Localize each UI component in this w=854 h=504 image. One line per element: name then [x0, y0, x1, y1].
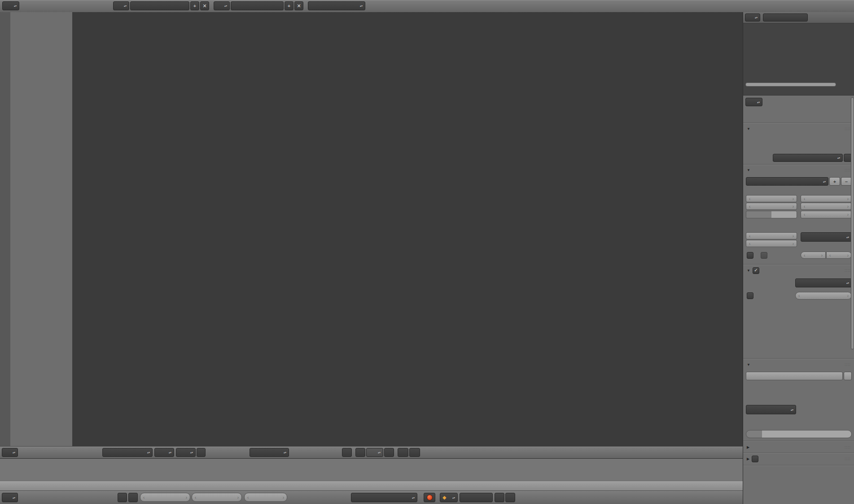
aa-checkbox[interactable]: ✓	[753, 267, 759, 274]
resolution-percent-slider[interactable]	[746, 211, 797, 218]
mode-select[interactable]: ▴▾	[102, 448, 153, 457]
blender-window: ▴▾ ▴▾ + ✕ ▴▾ + ✕ ▴▾ ▴▾	[0, 0, 854, 504]
properties-editor-selector[interactable]: ▴▾	[745, 98, 762, 106]
panel-header-render[interactable]: ▼::::	[747, 125, 853, 132]
aspect-x-field[interactable]: ‹›	[746, 232, 797, 239]
border-crop-row	[747, 252, 770, 259]
border-checkbox[interactable]	[747, 252, 753, 259]
aspect-y-field[interactable]: ‹›	[746, 240, 797, 247]
keying-set-type-select[interactable]: ◆▴▾	[440, 493, 458, 502]
current-frame-field[interactable]: ‹›	[244, 493, 287, 502]
freestyle-checkbox[interactable]	[752, 456, 758, 462]
playback-range-lock-a[interactable]	[118, 493, 127, 502]
viewport-editor-selector[interactable]: ▴▾	[2, 448, 18, 457]
opengl-render-button[interactable]	[398, 448, 408, 457]
timeline-band[interactable]	[0, 458, 743, 481]
top-info-bar: ▴▾ ▴▾ + ✕ ▴▾ + ✕ ▴▾	[0, 0, 854, 13]
render-buttons-row	[746, 138, 852, 147]
breadcrumb	[747, 112, 753, 120]
scene-add-button[interactable]: +	[285, 1, 293, 10]
layout-add-button[interactable]: +	[190, 1, 199, 10]
frame-step-field[interactable]: ‹›	[801, 211, 852, 218]
viewport-scene-canvas[interactable]	[72, 12, 743, 446]
resolution-y-field[interactable]: ‹›	[746, 203, 797, 210]
panel-header-dimensions[interactable]: ▼::::	[747, 166, 853, 174]
timeline-header: ▴▾ ‹ › ‹ › ‹› ▴▾ ◆▴▾	[0, 491, 743, 504]
crop-checkbox[interactable]	[761, 252, 767, 259]
display-row: ▴▾	[747, 154, 852, 162]
full-sample-checkbox[interactable]	[747, 292, 753, 299]
outliner-tree	[743, 24, 854, 80]
opengl-animation-button[interactable]	[409, 448, 420, 457]
keyframe-diamond-icon: ◆	[442, 495, 446, 500]
format-select[interactable]: ▴▾	[746, 405, 796, 414]
render-presets-select[interactable]: ▴▾	[746, 177, 828, 186]
frame-start-field[interactable]: ‹ ›	[140, 493, 190, 502]
info-editor-selector[interactable]: ▴▾	[2, 1, 19, 10]
layout-close-button[interactable]: ✕	[200, 1, 209, 10]
aa-size-field[interactable]: ‹›	[795, 292, 852, 300]
display-select[interactable]: ▴▾	[773, 154, 843, 162]
record-button[interactable]	[424, 493, 435, 502]
outliner: ▴▾	[743, 12, 854, 95]
outliner-hscrollbar[interactable]	[745, 83, 836, 87]
snap-toggle[interactable]	[355, 448, 365, 457]
insert-keyframe-button[interactable]	[495, 493, 504, 502]
scene-close-button[interactable]: ✕	[294, 1, 303, 10]
outliner-editor-selector[interactable]: ▴▾	[745, 13, 760, 22]
end-frame-field[interactable]: ‹›	[801, 203, 852, 210]
orientation-select[interactable]: ▴▾	[250, 448, 289, 457]
output-browse-button[interactable]	[844, 372, 852, 380]
panel-header-bake[interactable]: ▶::::	[747, 443, 853, 451]
render-engine-select[interactable]: ▴▾	[308, 1, 365, 10]
screen-layout-icon-button[interactable]: ▴▾	[113, 1, 129, 10]
start-frame-field[interactable]: ‹›	[801, 195, 852, 202]
preset-add-button[interactable]: +	[829, 177, 840, 186]
timeline-editor-selector[interactable]: ▴▾	[2, 493, 18, 502]
properties-editor: ▴▾ ▼:::: ▴▾ ▼:::: ▴▾	[743, 95, 854, 504]
record-icon	[427, 495, 433, 500]
preset-remove-button[interactable]: −	[841, 177, 852, 186]
shading-select[interactable]: ▴▾	[154, 448, 174, 457]
tool-shelf	[10, 12, 73, 446]
timeline-ruler[interactable]	[0, 481, 743, 491]
full-sample-row	[747, 292, 757, 300]
delete-keyframe-button[interactable]	[505, 493, 515, 502]
outliner-filter-select[interactable]	[763, 13, 808, 22]
compression-slider[interactable]	[746, 430, 852, 438]
snap-target-button[interactable]	[384, 448, 394, 457]
aa-filter-select[interactable]: ▴▾	[795, 278, 852, 287]
remap-new-field[interactable]: ‹›	[826, 252, 852, 259]
lock-to-scene-toggle[interactable]	[342, 448, 352, 457]
output-path-field[interactable]	[746, 372, 843, 380]
toolshelf-tab-strip	[0, 12, 11, 446]
playback-range-lock-b[interactable]	[128, 493, 138, 502]
properties-scrollbar[interactable]	[851, 97, 854, 349]
keying-set-field[interactable]	[460, 493, 493, 502]
viewport-header: ▴▾ ▴▾ ▴▾ ▴▾ ▴▾ ▴▾	[0, 446, 743, 459]
sync-select[interactable]: ▴▾	[351, 493, 417, 502]
snap-element-select[interactable]: ▴▾	[366, 448, 383, 457]
remap-old-field[interactable]: ‹›	[801, 252, 826, 259]
scene-icon-button[interactable]: ▴▾	[214, 1, 230, 10]
pivot-align-toggle[interactable]	[197, 448, 206, 457]
panel-header-anti-aliasing[interactable]: ▼✓ ::::	[747, 267, 853, 274]
panel-header-freestyle[interactable]: ▶ ::::	[747, 455, 853, 462]
resolution-x-field[interactable]: ‹›	[746, 195, 797, 202]
viewport-3d[interactable]	[72, 12, 743, 446]
frame-end-field[interactable]: ‹ ›	[192, 493, 242, 502]
scene-name-field[interactable]	[231, 1, 284, 10]
pivot-select[interactable]: ▴▾	[176, 448, 196, 457]
screen-layout-field[interactable]	[130, 1, 189, 10]
panel-header-output[interactable]: ▼::::	[747, 361, 853, 368]
fps-select[interactable]: ▴▾	[801, 232, 852, 242]
